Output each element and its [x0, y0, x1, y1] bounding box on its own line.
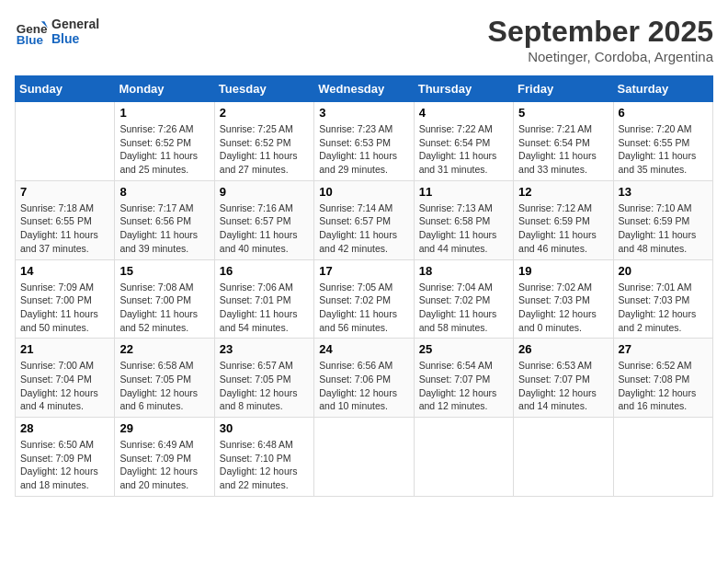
calendar-cell: 11Sunrise: 7:13 AMSunset: 6:58 PMDayligh…: [414, 180, 513, 259]
logo-general: General: [51, 17, 99, 31]
calendar-cell: 13Sunrise: 7:10 AMSunset: 6:59 PMDayligh…: [613, 180, 712, 259]
calendar-week-row: 14Sunrise: 7:09 AMSunset: 7:00 PMDayligh…: [16, 259, 713, 339]
cell-content: Sunrise: 7:23 AMSunset: 6:53 PMDaylight:…: [319, 122, 408, 177]
day-number: 19: [518, 264, 608, 278]
day-number: 8: [119, 185, 209, 199]
day-number: 23: [220, 342, 309, 356]
cell-content: Sunrise: 6:58 AMSunset: 7:05 PMDaylight:…: [119, 359, 209, 413]
cell-content: Sunrise: 6:52 AMSunset: 7:08 PMDaylight:…: [619, 359, 708, 413]
day-number: 30: [220, 421, 309, 435]
day-number: 22: [119, 342, 209, 356]
cell-content: Sunrise: 6:57 AMSunset: 7:05 PMDaylight:…: [220, 359, 309, 413]
day-number: 18: [419, 264, 508, 278]
day-number: 27: [619, 342, 708, 356]
column-header-thursday: Thursday: [414, 76, 513, 102]
calendar-cell: 8Sunrise: 7:17 AMSunset: 6:56 PMDaylight…: [115, 180, 214, 259]
calendar-cell: [414, 418, 513, 497]
day-number: 20: [619, 264, 708, 278]
column-header-wednesday: Wednesday: [314, 76, 414, 102]
cell-content: Sunrise: 6:50 AMSunset: 7:09 PMDaylight:…: [20, 438, 109, 492]
cell-content: Sunrise: 7:25 AMSunset: 6:52 PMDaylight:…: [220, 122, 309, 177]
calendar-cell: 23Sunrise: 6:57 AMSunset: 7:05 PMDayligh…: [214, 339, 313, 418]
day-number: 21: [20, 342, 109, 356]
logo-blue: Blue: [51, 31, 99, 46]
day-number: 16: [220, 264, 309, 278]
calendar-cell: 17Sunrise: 7:05 AMSunset: 7:02 PMDayligh…: [314, 259, 414, 339]
column-header-sunday: Sunday: [16, 76, 115, 102]
cell-content: Sunrise: 7:20 AMSunset: 6:55 PMDaylight:…: [619, 122, 708, 177]
cell-content: Sunrise: 7:00 AMSunset: 7:04 PMDaylight:…: [20, 359, 109, 413]
calendar-cell: 4Sunrise: 7:22 AMSunset: 6:54 PMDaylight…: [414, 102, 513, 181]
calendar-cell: 21Sunrise: 7:00 AMSunset: 7:04 PMDayligh…: [16, 339, 115, 418]
calendar-cell: 18Sunrise: 7:04 AMSunset: 7:02 PMDayligh…: [414, 259, 513, 339]
column-header-tuesday: Tuesday: [214, 76, 313, 102]
calendar-cell: 16Sunrise: 7:06 AMSunset: 7:01 PMDayligh…: [214, 259, 313, 339]
calendar-cell: 14Sunrise: 7:09 AMSunset: 7:00 PMDayligh…: [16, 259, 115, 339]
cell-content: Sunrise: 7:01 AMSunset: 7:03 PMDaylight:…: [619, 281, 708, 335]
calendar-cell: 20Sunrise: 7:01 AMSunset: 7:03 PMDayligh…: [613, 259, 712, 339]
cell-content: Sunrise: 7:08 AMSunset: 7:00 PMDaylight:…: [119, 281, 209, 335]
svg-text:Blue: Blue: [17, 33, 44, 47]
day-number: 26: [518, 342, 608, 356]
calendar-cell: 9Sunrise: 7:16 AMSunset: 6:57 PMDaylight…: [214, 180, 313, 259]
cell-content: Sunrise: 7:10 AMSunset: 6:59 PMDaylight:…: [619, 201, 708, 256]
logo: General Blue General Blue: [15, 15, 99, 48]
day-number: 15: [119, 264, 209, 278]
cell-content: Sunrise: 6:53 AMSunset: 7:07 PMDaylight:…: [518, 359, 608, 413]
cell-content: Sunrise: 7:13 AMSunset: 6:58 PMDaylight:…: [419, 201, 508, 256]
cell-content: Sunrise: 6:48 AMSunset: 7:10 PMDaylight:…: [220, 438, 309, 492]
calendar-week-row: 1Sunrise: 7:26 AMSunset: 6:52 PMDaylight…: [16, 102, 713, 181]
page-header: General Blue General Blue September 2025…: [15, 15, 713, 64]
calendar-week-row: 21Sunrise: 7:00 AMSunset: 7:04 PMDayligh…: [16, 339, 713, 418]
cell-content: Sunrise: 7:05 AMSunset: 7:02 PMDaylight:…: [319, 281, 408, 335]
calendar-cell: 12Sunrise: 7:12 AMSunset: 6:59 PMDayligh…: [514, 180, 613, 259]
calendar-table: SundayMondayTuesdayWednesdayThursdayFrid…: [15, 75, 713, 497]
cell-content: Sunrise: 6:56 AMSunset: 7:06 PMDaylight:…: [319, 359, 408, 413]
day-number: 3: [319, 106, 408, 120]
cell-content: Sunrise: 7:09 AMSunset: 7:00 PMDaylight:…: [20, 281, 109, 335]
calendar-cell: 5Sunrise: 7:21 AMSunset: 6:54 PMDaylight…: [514, 102, 613, 181]
day-number: 9: [220, 185, 309, 199]
day-number: 5: [518, 106, 608, 120]
calendar-cell: 7Sunrise: 7:18 AMSunset: 6:55 PMDaylight…: [16, 180, 115, 259]
calendar-cell: 2Sunrise: 7:25 AMSunset: 6:52 PMDaylight…: [214, 102, 313, 181]
calendar-cell: [514, 418, 613, 497]
calendar-cell: 6Sunrise: 7:20 AMSunset: 6:55 PMDaylight…: [613, 102, 712, 181]
day-number: 2: [220, 106, 309, 120]
column-header-saturday: Saturday: [613, 76, 712, 102]
day-number: 28: [20, 421, 109, 435]
column-header-monday: Monday: [115, 76, 214, 102]
column-header-friday: Friday: [514, 76, 613, 102]
cell-content: Sunrise: 7:22 AMSunset: 6:54 PMDaylight:…: [419, 122, 508, 177]
calendar-cell: 25Sunrise: 6:54 AMSunset: 7:07 PMDayligh…: [414, 339, 513, 418]
day-number: 1: [119, 106, 209, 120]
day-number: 4: [419, 106, 508, 120]
day-number: 12: [518, 185, 608, 199]
calendar-header-row: SundayMondayTuesdayWednesdayThursdayFrid…: [16, 76, 713, 102]
calendar-cell: [613, 418, 712, 497]
calendar-cell: 28Sunrise: 6:50 AMSunset: 7:09 PMDayligh…: [16, 418, 115, 497]
day-number: 7: [20, 185, 109, 199]
calendar-week-row: 28Sunrise: 6:50 AMSunset: 7:09 PMDayligh…: [16, 418, 713, 497]
cell-content: Sunrise: 7:17 AMSunset: 6:56 PMDaylight:…: [119, 201, 209, 256]
title-block: September 2025 Noetinger, Cordoba, Argen…: [488, 15, 713, 64]
day-number: 10: [319, 185, 408, 199]
calendar-cell: 19Sunrise: 7:02 AMSunset: 7:03 PMDayligh…: [514, 259, 613, 339]
cell-content: Sunrise: 7:12 AMSunset: 6:59 PMDaylight:…: [518, 201, 608, 256]
calendar-cell: 27Sunrise: 6:52 AMSunset: 7:08 PMDayligh…: [613, 339, 712, 418]
calendar-cell: 1Sunrise: 7:26 AMSunset: 6:52 PMDaylight…: [115, 102, 214, 181]
cell-content: Sunrise: 6:54 AMSunset: 7:07 PMDaylight:…: [419, 359, 508, 413]
calendar-cell: 26Sunrise: 6:53 AMSunset: 7:07 PMDayligh…: [514, 339, 613, 418]
calendar-cell: 24Sunrise: 6:56 AMSunset: 7:06 PMDayligh…: [314, 339, 414, 418]
day-number: 24: [319, 342, 408, 356]
calendar-cell: [314, 418, 414, 497]
cell-content: Sunrise: 7:26 AMSunset: 6:52 PMDaylight:…: [119, 122, 209, 177]
cell-content: Sunrise: 6:49 AMSunset: 7:09 PMDaylight:…: [119, 438, 209, 492]
day-number: 6: [619, 106, 708, 120]
location: Noetinger, Cordoba, Argentina: [488, 49, 713, 64]
day-number: 25: [419, 342, 508, 356]
calendar-cell: 30Sunrise: 6:48 AMSunset: 7:10 PMDayligh…: [214, 418, 313, 497]
cell-content: Sunrise: 7:06 AMSunset: 7:01 PMDaylight:…: [220, 281, 309, 335]
day-number: 11: [419, 185, 508, 199]
day-number: 13: [619, 185, 708, 199]
